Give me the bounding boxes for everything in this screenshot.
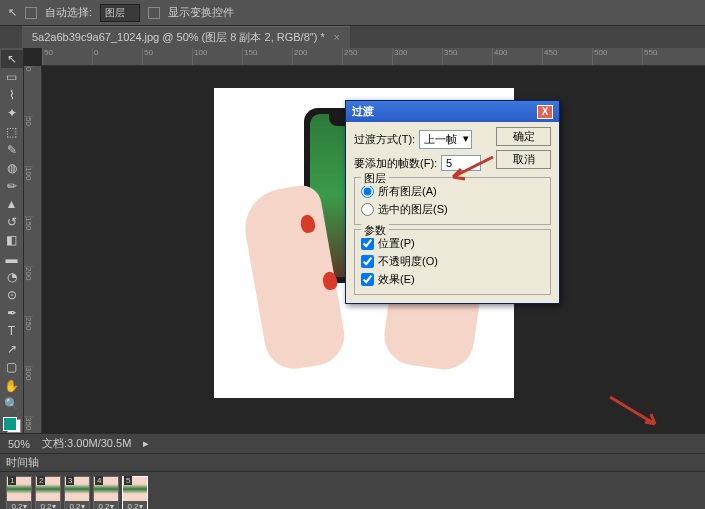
- options-bar: ↖ 自动选择: 图层 显示变换控件: [0, 0, 705, 26]
- shape-tool[interactable]: ▢: [1, 358, 23, 376]
- ruler-vertical: 050100150200250300350: [24, 66, 42, 433]
- move-tool-icon[interactable]: ↖: [8, 6, 17, 19]
- dodge-tool[interactable]: ⊙: [1, 286, 23, 304]
- hand-tool[interactable]: ✋: [1, 377, 23, 395]
- cancel-button[interactable]: 取消: [496, 150, 551, 169]
- params-group: 参数 位置(P) 不透明度(O) 效果(E): [354, 229, 551, 295]
- auto-select-label: 自动选择:: [45, 5, 92, 20]
- show-transform-checkbox[interactable]: [148, 7, 160, 19]
- crop-tool[interactable]: ⬚: [1, 123, 23, 141]
- history-brush-tool[interactable]: ↺: [1, 213, 23, 231]
- dialog-titlebar[interactable]: 过渡 X: [346, 101, 559, 122]
- dialog-title: 过渡: [352, 104, 374, 119]
- frame-3[interactable]: 30.2▾: [64, 476, 90, 509]
- frame-5[interactable]: 50.2▾: [122, 476, 148, 509]
- effects-check[interactable]: 效果(E): [361, 272, 544, 287]
- timeline-label: 时间轴: [6, 455, 39, 470]
- pen-tool[interactable]: ✒: [1, 304, 23, 322]
- close-tab-icon[interactable]: ×: [333, 31, 339, 43]
- ruler-horizontal: 50050100150200250300350400450500550: [42, 48, 705, 66]
- dialog-close-button[interactable]: X: [537, 105, 553, 119]
- marquee-tool[interactable]: ▭: [1, 68, 23, 86]
- document-tab[interactable]: 5a2a6b39c9a67_1024.jpg @ 50% (图层 8 副本 2,…: [22, 26, 350, 48]
- frames-to-add-input[interactable]: [441, 155, 481, 171]
- layers-group-title: 图层: [361, 171, 389, 186]
- tween-method-label: 过渡方式(T):: [354, 132, 415, 147]
- eraser-tool[interactable]: ◧: [1, 231, 23, 249]
- layers-group: 图层 所有图层(A) 选中的图层(S): [354, 177, 551, 225]
- opacity-check[interactable]: 不透明度(O): [361, 254, 544, 269]
- color-swatch[interactable]: [3, 417, 21, 433]
- status-arrow-icon[interactable]: ▸: [143, 437, 149, 450]
- frame-2[interactable]: 20.2▾: [35, 476, 61, 509]
- blur-tool[interactable]: ◔: [1, 268, 23, 286]
- eyedropper-tool[interactable]: ✎: [1, 141, 23, 159]
- ok-button[interactable]: 确定: [496, 127, 551, 146]
- params-group-title: 参数: [361, 223, 389, 238]
- timeline-panel: 时间轴 10.2▾ 20.2▾ 30.2▾ 40.2▾ 50.2▾: [0, 453, 705, 509]
- stamp-tool[interactable]: ▲: [1, 195, 23, 213]
- zoom-tool[interactable]: 🔍: [1, 395, 23, 413]
- doc-size: 文档:3.00M/30.5M: [42, 436, 131, 451]
- wand-tool[interactable]: ✦: [1, 104, 23, 122]
- brush-tool[interactable]: ✏: [1, 177, 23, 195]
- show-transform-label: 显示变换控件: [168, 5, 234, 20]
- lasso-tool[interactable]: ⌇: [1, 86, 23, 104]
- zoom-level[interactable]: 50%: [8, 438, 30, 450]
- toolbox: ↖ ▭ ⌇ ✦ ⬚ ✎ ◍ ✏ ▲ ↺ ◧ ▬ ◔ ⊙ ✒ T ↗ ▢ ✋ 🔍: [0, 48, 24, 433]
- document-tabs: 5a2a6b39c9a67_1024.jpg @ 50% (图层 8 副本 2,…: [0, 26, 705, 48]
- selected-layer-radio[interactable]: 选中的图层(S): [361, 202, 544, 217]
- auto-select-dropdown[interactable]: 图层: [100, 4, 140, 22]
- tab-title: 5a2a6b39c9a67_1024.jpg @ 50% (图层 8 副本 2,…: [32, 31, 325, 43]
- timeline-frames: 10.2▾ 20.2▾ 30.2▾ 40.2▾ 50.2▾: [0, 472, 705, 509]
- frames-to-add-label: 要添加的帧数(F):: [354, 156, 437, 171]
- path-tool[interactable]: ↗: [1, 340, 23, 358]
- frame-4[interactable]: 40.2▾: [93, 476, 119, 509]
- all-layers-radio[interactable]: 所有图层(A): [361, 184, 544, 199]
- frame-1[interactable]: 10.2▾: [6, 476, 32, 509]
- status-bar: 50% 文档:3.00M/30.5M ▸: [0, 433, 705, 453]
- type-tool[interactable]: T: [1, 322, 23, 340]
- tween-dialog: 过渡 X 确定 取消 过渡方式(T): 上一帧 要添加的帧数(F): 图层 所有…: [345, 100, 560, 304]
- tween-method-select[interactable]: 上一帧: [419, 130, 472, 149]
- move-tool[interactable]: ↖: [1, 50, 23, 68]
- gradient-tool[interactable]: ▬: [1, 250, 23, 268]
- auto-select-checkbox[interactable]: [25, 7, 37, 19]
- position-check[interactable]: 位置(P): [361, 236, 544, 251]
- heal-tool[interactable]: ◍: [1, 159, 23, 177]
